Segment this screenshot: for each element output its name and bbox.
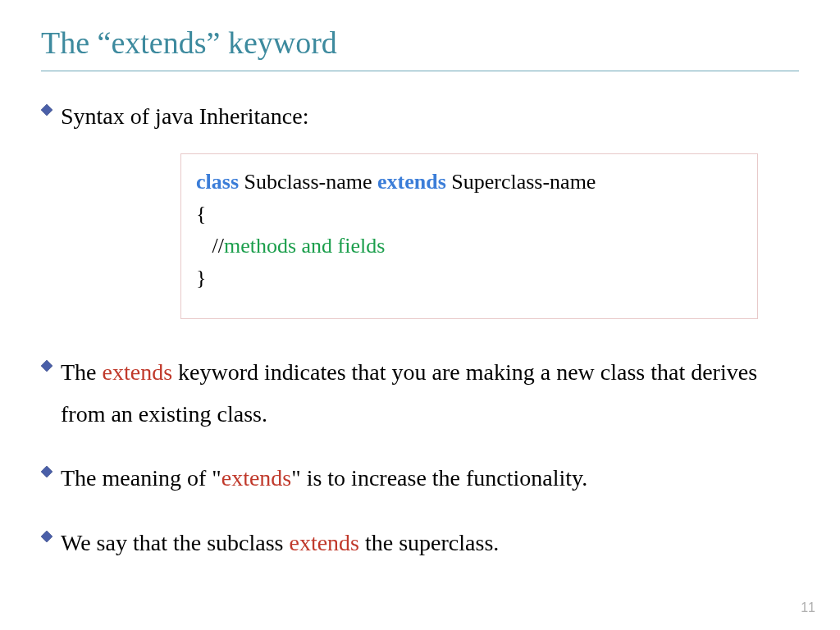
diamond-bullet-icon xyxy=(41,531,52,546)
svg-rect-2 xyxy=(41,466,52,477)
bullet-2-text: The extends keyword indicates that you a… xyxy=(61,352,799,435)
bullet-2-keyword: extends xyxy=(103,359,173,385)
bullet-4-post: the superclass. xyxy=(359,530,499,555)
bullet-4-keyword: extends xyxy=(289,530,359,555)
bullet-1-text: Syntax of java Inheritance: xyxy=(61,96,308,137)
comment-slashes: // xyxy=(196,234,224,258)
bullet-4-text: We say that the subclass extends the sup… xyxy=(61,523,499,564)
bullet-3-post: " is to increase the functionality. xyxy=(291,465,587,491)
bullet-2: The extends keyword indicates that you a… xyxy=(41,352,799,435)
bullet-2-pre: The xyxy=(61,359,103,385)
bullet-3-text: The meaning of "extends" is to increase … xyxy=(61,458,587,499)
code-line-3: //methods and fields xyxy=(196,230,742,262)
diamond-bullet-icon xyxy=(41,466,52,481)
svg-rect-1 xyxy=(41,360,52,372)
keyword-extends: extends xyxy=(377,170,446,194)
code-example-box: class Subclass-name extends Superclass-n… xyxy=(180,153,758,319)
code-subclass: Subclass-name xyxy=(239,170,377,194)
page-number: 11 xyxy=(801,600,815,615)
code-line-1: class Subclass-name extends Superclass-n… xyxy=(196,166,742,198)
code-line-4: } xyxy=(196,262,742,294)
slide-content: The “extends” keyword Syntax of java Inh… xyxy=(0,0,840,596)
diamond-bullet-icon xyxy=(41,104,52,119)
slide-title: The “extends” keyword xyxy=(41,25,799,61)
svg-rect-3 xyxy=(41,531,52,542)
title-divider xyxy=(41,71,799,71)
diamond-bullet-icon xyxy=(41,360,52,375)
svg-rect-0 xyxy=(41,104,52,116)
bullet-4: We say that the subclass extends the sup… xyxy=(41,523,799,564)
bullet-3: The meaning of "extends" is to increase … xyxy=(41,458,799,499)
comment-text: methods and fields xyxy=(224,234,385,258)
keyword-class: class xyxy=(196,170,239,194)
code-line-2: { xyxy=(196,198,742,230)
bullet-3-keyword: extends xyxy=(221,465,292,491)
bullet-3-pre: The meaning of " xyxy=(61,465,221,491)
code-superclass: Superclass-name xyxy=(446,170,596,194)
bullet-1: Syntax of java Inheritance: xyxy=(41,96,799,137)
bullet-4-pre: We say that the subclass xyxy=(61,530,289,555)
